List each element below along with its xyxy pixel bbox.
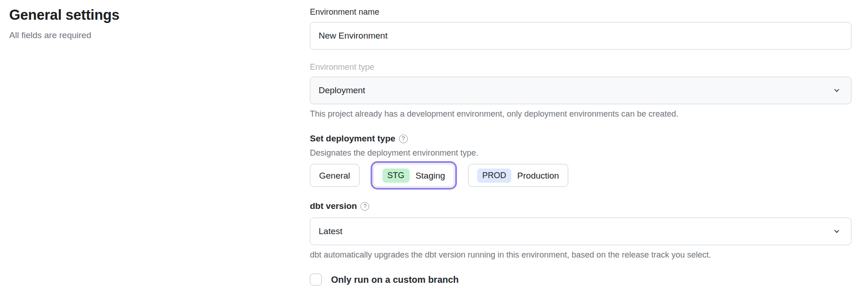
deployment-type-option-staging[interactable]: STG Staging — [373, 164, 454, 187]
environment-type-label: Environment type — [310, 62, 851, 73]
dbt-version-label-row: dbt version ? — [310, 201, 851, 212]
page-title: General settings — [9, 6, 267, 24]
dbt-version-helper: dbt automatically upgrades the dbt versi… — [310, 249, 851, 260]
deployment-type-label-row: Set deployment type ? — [310, 134, 851, 144]
environment-name-input[interactable] — [310, 22, 851, 50]
environment-type-select: Deployment — [310, 77, 851, 104]
dbt-version-value: Latest — [319, 226, 343, 236]
page-subtitle: All fields are required — [9, 30, 267, 41]
custom-branch-label[interactable]: Only run on a custom branch — [331, 275, 459, 285]
help-icon[interactable]: ? — [360, 202, 369, 211]
environment-type-helper: This project already has a development e… — [310, 108, 851, 119]
chevron-down-icon — [833, 227, 841, 236]
settings-intro: General settings All fields are required — [9, 6, 267, 41]
dbt-version-section: dbt version ? Latest dbt automatically u… — [310, 201, 851, 260]
environment-name-label: Environment name — [310, 7, 851, 17]
option-production-label: Production — [517, 171, 559, 180]
deployment-type-option-production[interactable]: PROD Production — [468, 164, 568, 187]
deployment-type-helper: Designates the deployment environment ty… — [310, 148, 851, 158]
deployment-type-options: General STG Staging PROD Production — [310, 164, 851, 187]
custom-branch-checkbox[interactable] — [310, 274, 322, 286]
custom-branch-row: Only run on a custom branch — [310, 274, 851, 286]
environment-type-group: Environment type Deployment This project… — [310, 62, 851, 120]
dbt-version-select[interactable]: Latest — [310, 218, 851, 245]
staging-badge: STG — [383, 168, 410, 183]
production-badge: PROD — [477, 168, 511, 183]
option-general-label: General — [319, 171, 350, 180]
option-staging-label: Staging — [416, 171, 445, 180]
deployment-type-section: Set deployment type ? Designates the dep… — [310, 134, 851, 187]
environment-name-group: Environment name — [310, 7, 851, 50]
dbt-version-label: dbt version — [310, 201, 357, 212]
chevron-down-icon — [833, 86, 841, 95]
environment-settings-form: Environment name Environment type Deploy… — [310, 7, 851, 286]
deployment-type-option-general[interactable]: General — [310, 164, 360, 187]
deployment-type-label: Set deployment type — [310, 134, 395, 144]
general-settings-page: General settings All fields are required… — [0, 0, 868, 303]
environment-type-value: Deployment — [319, 85, 365, 95]
help-icon[interactable]: ? — [399, 135, 408, 143]
